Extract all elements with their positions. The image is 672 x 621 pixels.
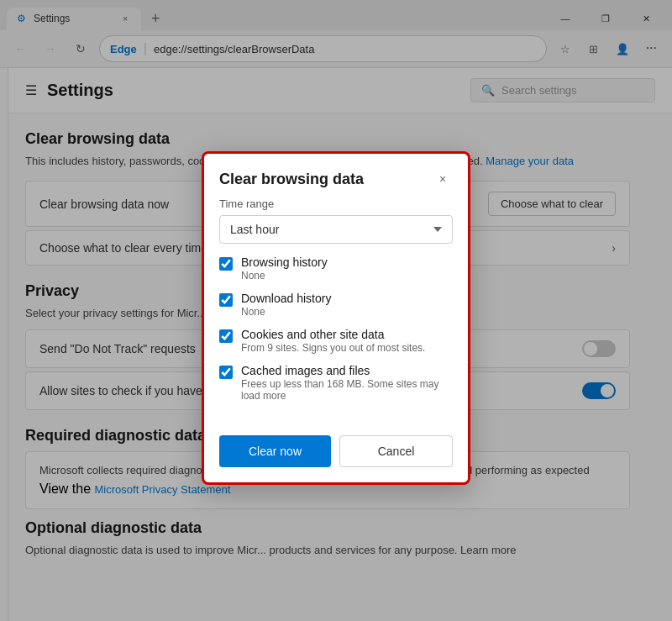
browsing-history-sub: None (241, 270, 328, 282)
download-history-label: Download history (241, 292, 331, 305)
modal-footer: Clear now Cancel (204, 425, 468, 482)
cached-images-content: Cached images and files Frees up less th… (241, 364, 449, 402)
time-range-select[interactable]: Last hour Last 24 hours Last 7 days Last… (219, 215, 453, 244)
time-range-label: Time range (219, 197, 453, 210)
cached-images-label: Cached images and files (241, 364, 449, 377)
download-history-sub: None (241, 306, 331, 318)
browsing-history-item: Browsing history None (219, 255, 449, 282)
modal-title: Clear browsing data (219, 171, 364, 188)
download-history-content: Download history None (241, 292, 331, 318)
browsing-history-checkbox[interactable] (219, 257, 233, 271)
cached-images-item: Cached images and files Frees up less th… (219, 364, 449, 402)
cookies-sub: From 9 sites. Signs you out of most site… (241, 342, 425, 354)
browsing-history-content: Browsing history None (241, 255, 328, 282)
cached-images-sub: Frees up less than 168 MB. Some sites ma… (241, 378, 449, 402)
download-history-checkbox[interactable] (219, 293, 233, 307)
browsing-history-label: Browsing history (241, 255, 328, 269)
cookies-item: Cookies and other site data From 9 sites… (219, 328, 449, 354)
checkbox-list: Browsing history None Download history N… (219, 255, 453, 412)
cached-images-checkbox[interactable] (219, 366, 233, 379)
cookies-label: Cookies and other site data (241, 328, 425, 341)
clear-browsing-modal: Clear browsing data × Time range Last ho… (202, 151, 470, 485)
modal-close-button[interactable]: × (433, 169, 453, 189)
modal-header: Clear browsing data × (204, 154, 468, 197)
cancel-button[interactable]: Cancel (339, 435, 453, 467)
cookies-checkbox[interactable] (219, 329, 233, 343)
download-history-item: Download history None (219, 292, 449, 318)
modal-overlay[interactable]: Clear browsing data × Time range Last ho… (0, 0, 672, 621)
cookies-content: Cookies and other site data From 9 sites… (241, 328, 425, 354)
modal-body: Time range Last hour Last 24 hours Last … (204, 197, 468, 425)
clear-now-button[interactable]: Clear now (219, 435, 331, 467)
